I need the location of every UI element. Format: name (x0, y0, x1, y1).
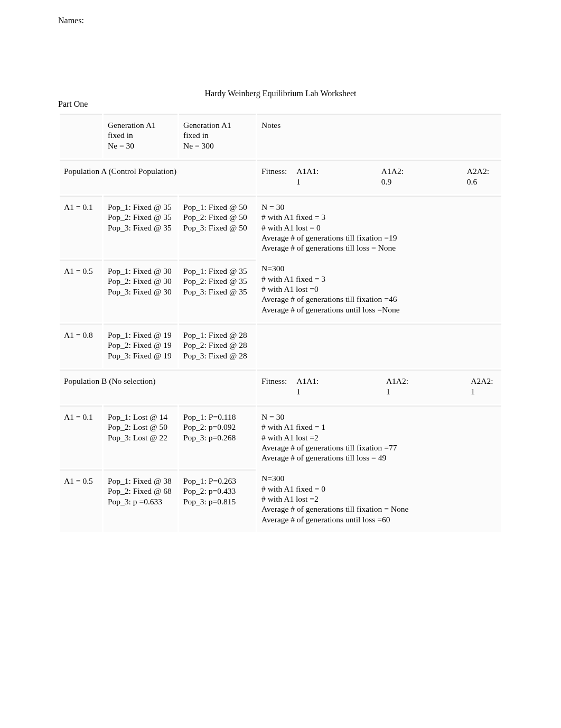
population-a-label: Population A (Control Population) (60, 160, 256, 194)
population-a-fitness: Fitness: A1A1: 1 A1A2: 0.9 A2A2: 0.6 (257, 160, 501, 194)
cell-ne300: Pop_1: P=0.118 Pop_2: p=0.092 Pop_3: p=0… (179, 406, 256, 468)
fitness-a1a1: A1A1: 1 (296, 376, 323, 397)
cell-ne30: Pop_1: Fixed @ 19 Pop_2: Fixed @ 19 Pop_… (104, 324, 177, 368)
table-row: A1 = 0.1 Pop_1: Fixed @ 35 Pop_2: Fixed … (60, 196, 501, 258)
cell-ne30: Pop_1: Lost @ 14 Pop_2: Lost @ 50 Pop_3:… (104, 406, 177, 468)
population-b-row: Population B (No selection) Fitness: A1A… (60, 370, 501, 404)
names-label: Names: (58, 16, 503, 25)
cell-a1: A1 = 0.5 (60, 469, 102, 532)
fitness-a1a1: A1A1: 1 (296, 166, 321, 187)
cell-a1: A1 = 0.1 (60, 406, 102, 468)
cell-a1: A1 = 0.1 (60, 196, 102, 258)
worksheet-title: Hardy Weinberg Equilibrium Lab Worksheet (58, 89, 503, 98)
cell-ne30: Pop_1: Fixed @ 38 Pop_2: Fixed @ 68 Pop_… (104, 469, 177, 532)
cell-ne30: Pop_1: Fixed @ 35 Pop_2: Fixed @ 35 Pop_… (104, 196, 177, 258)
cell-notes: N = 30 # with A1 fixed = 1 # with A1 los… (257, 406, 501, 532)
notes-text: N = 30 # with A1 fixed = 3 # with A1 los… (261, 202, 397, 253)
fitness-label: Fitness: (261, 376, 287, 397)
header-notes: Notes (257, 114, 501, 158)
cell-ne300: Pop_1: Fixed @ 35 Pop_2: Fixed @ 35 Pop_… (179, 260, 256, 322)
notes-text: N = 30 # with A1 fixed = 1 # with A1 los… (261, 412, 397, 463)
fitness-a1a2: A1A2: 0.9 (381, 166, 412, 187)
table-row: A1 = 0.1 Pop_1: Lost @ 14 Pop_2: Lost @ … (60, 406, 501, 468)
notes-text: N=300 # with A1 fixed = 0 # with A1 lost… (261, 474, 408, 524)
fitness-a2a2: A2A2: 0.6 (467, 166, 497, 187)
table-row: A1 = 0.8 Pop_1: Fixed @ 19 Pop_2: Fixed … (60, 324, 501, 368)
worksheet-table: Generation A1 fixed in Ne = 30 Generatio… (58, 112, 503, 533)
fitness-label: Fitness: (261, 166, 287, 187)
population-b-label: Population B (No selection) (60, 370, 256, 404)
cell-ne300: Pop_1: P=0.263 Pop_2: p=0.433 Pop_3: p=0… (179, 469, 256, 532)
fitness-a2a2: A2A2: 1 (471, 376, 497, 397)
header-ne30: Generation A1 fixed in Ne = 30 (104, 114, 177, 158)
part-one-label: Part One (58, 99, 503, 109)
population-b-fitness: Fitness: A1A1: 1 A1A2: 1 A2A2: 1 (257, 370, 501, 404)
header-blank (60, 114, 102, 158)
cell-notes: N = 30 # with A1 fixed = 3 # with A1 los… (257, 196, 501, 322)
header-ne300: Generation A1 fixed in Ne = 300 (179, 114, 256, 158)
cell-notes (257, 324, 501, 368)
cell-ne300: Pop_1: Fixed @ 50 Pop_2: Fixed @ 50 Pop_… (179, 196, 256, 258)
cell-a1: A1 = 0.8 (60, 324, 102, 368)
population-a-row: Population A (Control Population) Fitnes… (60, 160, 501, 194)
table-header-row: Generation A1 fixed in Ne = 30 Generatio… (60, 114, 501, 158)
cell-ne30: Pop_1: Fixed @ 30 Pop_2: Fixed @ 30 Pop_… (104, 260, 177, 322)
cell-a1: A1 = 0.5 (60, 260, 102, 322)
cell-ne300: Pop_1: Fixed @ 28 Pop_2: Fixed @ 28 Pop_… (179, 324, 256, 368)
notes-text: N=300 # with A1 fixed = 3 # with A1 lost… (261, 264, 400, 314)
fitness-a1a2: A1A2: 1 (386, 376, 413, 397)
